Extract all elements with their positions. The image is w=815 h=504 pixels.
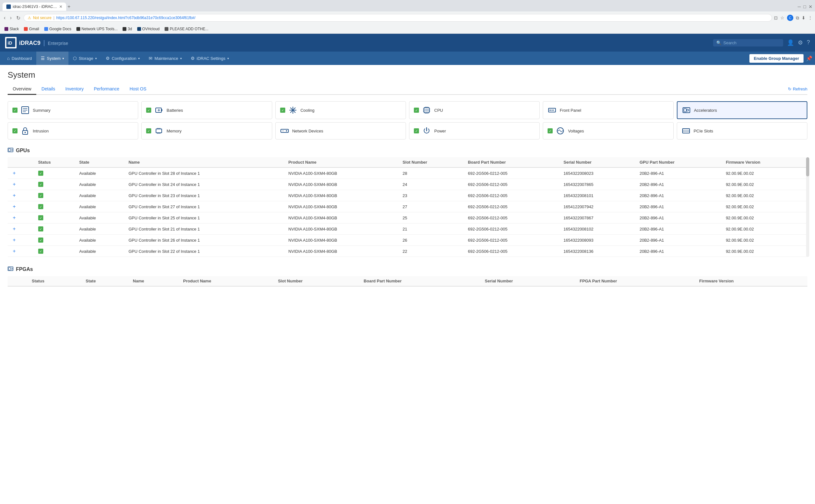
expand-row-button[interactable]: + <box>11 204 17 209</box>
tab-inventory[interactable]: Inventory <box>60 84 89 95</box>
nav-storage[interactable]: ⬡ Storage ▾ <box>68 52 101 65</box>
download-icon[interactable]: ⬇ <box>802 15 805 20</box>
bookmark-slack[interactable]: Slack <box>3 26 21 32</box>
minimize-icon[interactable]: ─ <box>798 4 801 9</box>
nav-idrac-settings[interactable]: ⚙ iDRAC Settings ▾ <box>186 52 233 65</box>
bookmark-ovhcloud[interactable]: OVHcloud <box>135 26 162 32</box>
card-summary[interactable]: ✓ Summary <box>8 101 138 119</box>
tab-details[interactable]: Details <box>36 84 60 95</box>
gpus-section-header: GPUs <box>8 147 807 154</box>
card-cooling[interactable]: ✓ Cooling <box>275 101 406 119</box>
expand-row-button[interactable]: + <box>11 248 17 254</box>
bookmark-network-ups[interactable]: Network UPS Tools... <box>74 26 119 32</box>
table-row[interactable]: + ✓ Available GPU Controller in Slot 28 … <box>8 167 807 179</box>
tab-performance[interactable]: Performance <box>89 84 124 95</box>
storage-nav-chevron: ▾ <box>95 57 97 60</box>
settings-icon[interactable]: ⚙ <box>798 39 803 46</box>
expand-row-button[interactable]: + <box>11 170 17 176</box>
status-badge: ✓ <box>38 193 43 198</box>
tab-host-os[interactable]: Host OS <box>124 84 152 95</box>
active-tab[interactable]: idrac-2S461V3 - iDRAC9 - Syste... ✕ <box>3 3 66 11</box>
table-row[interactable]: + ✓ Available GPU Controller in Slot 24 … <box>8 179 807 190</box>
scroll-track[interactable] <box>806 157 809 257</box>
expand-row-button[interactable]: + <box>11 181 17 187</box>
nav-system[interactable]: ☰ System ▾ <box>36 52 68 65</box>
expand-row-button[interactable]: + <box>11 215 17 221</box>
bookmark-3d-label: 3d <box>128 27 132 31</box>
slot-cell: 21 <box>399 224 464 235</box>
card-power[interactable]: ✓ Power <box>409 122 540 139</box>
reload-button[interactable]: ↻ <box>15 14 22 22</box>
help-icon[interactable]: ? <box>807 39 810 46</box>
network-devices-card-icon <box>280 126 289 135</box>
card-front-panel[interactable]: Front Panel <box>543 101 673 119</box>
extensions-icon[interactable]: ⧉ <box>796 15 799 21</box>
card-intrusion[interactable]: ✓ Intrusion <box>8 122 138 139</box>
card-memory[interactable]: ✓ Memory <box>141 122 272 139</box>
board-part-cell: 692-2G506-0212-005 <box>464 190 560 201</box>
intrusion-card-label: Intrusion <box>33 129 49 133</box>
firmware-cell: 92.00.9E.00.02 <box>722 179 807 190</box>
search-bar[interactable]: 🔍 <box>713 39 783 46</box>
product-name-cell: NVIDIA A100-SXM4-80GB <box>285 201 399 212</box>
tab-overview[interactable]: Overview <box>8 84 36 95</box>
table-row[interactable]: + ✓ Available GPU Controller in Slot 25 … <box>8 212 807 224</box>
gpus-table: Status State Name Product Name Slot Numb… <box>8 157 807 257</box>
pcie-slots-card-icon <box>682 126 691 135</box>
back-button[interactable]: ‹ <box>3 14 7 22</box>
card-pcie-slots[interactable]: PCIe Slots <box>677 122 807 139</box>
close-tab-icon[interactable]: ✕ <box>59 4 62 9</box>
card-batteries[interactable]: ✓ Batteries <box>141 101 272 119</box>
board-part-cell: 692-2G506-0212-005 <box>464 179 560 190</box>
close-window-icon[interactable]: ✕ <box>809 4 812 9</box>
new-tab-button[interactable]: + <box>67 4 70 10</box>
bookmark-please-add[interactable]: PLEASE ADD OTHE... <box>163 26 210 32</box>
cast-icon[interactable]: ⊡ <box>774 15 778 20</box>
maximize-icon[interactable]: □ <box>804 4 806 9</box>
table-row[interactable]: + ✓ Available GPU Controller in Slot 23 … <box>8 190 807 201</box>
card-voltages[interactable]: ✓ Voltages <box>543 122 673 139</box>
expand-row-button[interactable]: + <box>11 226 17 232</box>
bookmark-3d[interactable]: 3d <box>121 26 134 32</box>
url-bar[interactable]: ⚠ Not secure | https://100.67.115.220/re… <box>24 14 772 22</box>
tab-favicon <box>6 4 11 9</box>
col-header-serial: Serial Number <box>560 157 636 167</box>
table-row[interactable]: + ✓ Available GPU Controller in Slot 26 … <box>8 235 807 246</box>
slot-cell: 28 <box>399 167 464 179</box>
nav-dashboard[interactable]: ⌂ Dashboard <box>3 52 36 65</box>
card-network-devices[interactable]: Network Devices <box>275 122 406 139</box>
bookmark-gmail[interactable]: Gmail <box>22 26 41 32</box>
search-input[interactable] <box>723 40 780 45</box>
card-accelerators[interactable]: Accelerators <box>677 101 807 119</box>
nav-maintenance[interactable]: ✉ Maintenance ▾ <box>144 52 186 65</box>
table-row[interactable]: + ✓ Available GPU Controller in Slot 21 … <box>8 224 807 235</box>
card-cpu[interactable]: ✓ CPU <box>409 101 540 119</box>
table-row[interactable]: + ✓ Available GPU Controller in Slot 27 … <box>8 201 807 212</box>
browser-menu-icon[interactable]: ⋮ <box>808 15 812 20</box>
ovh-bookmark-icon <box>137 27 141 31</box>
name-cell: GPU Controller in Slot 27 of Instance 1 <box>125 201 285 212</box>
table-row[interactable]: + ✓ Available GPU Controller in Slot 22 … <box>8 246 807 257</box>
svg-point-40 <box>687 109 689 111</box>
bookmark-icon[interactable]: ☆ <box>780 15 784 20</box>
expand-row-button[interactable]: + <box>11 193 17 198</box>
firmware-cell: 92.00.9E.00.02 <box>722 201 807 212</box>
network-devices-card-label: Network Devices <box>292 129 323 133</box>
summary-card-label: Summary <box>33 108 51 113</box>
enable-group-manager-button[interactable]: Enable Group Manager <box>749 54 804 63</box>
user-icon[interactable]: 👤 <box>787 39 794 46</box>
refresh-button[interactable]: ↻ Refresh <box>788 87 807 91</box>
profile-icon[interactable]: C <box>787 15 793 21</box>
nav-configuration[interactable]: ⚙ Configuration ▾ <box>101 52 144 65</box>
svg-point-34 <box>549 110 551 111</box>
pin-icon[interactable]: 📌 <box>806 55 812 61</box>
forward-button[interactable]: › <box>9 14 13 22</box>
docs-bookmark-icon <box>44 27 48 31</box>
bookmark-google-docs[interactable]: Google Docs <box>42 26 73 32</box>
board-part-cell: 692-2G506-0212-005 <box>464 246 560 257</box>
gpus-section-title: GPUs <box>16 148 30 153</box>
batteries-check-badge: ✓ <box>146 108 151 113</box>
system-nav-icon: ☰ <box>41 56 45 61</box>
scroll-thumb[interactable] <box>806 157 809 176</box>
expand-row-button[interactable]: + <box>11 237 17 243</box>
